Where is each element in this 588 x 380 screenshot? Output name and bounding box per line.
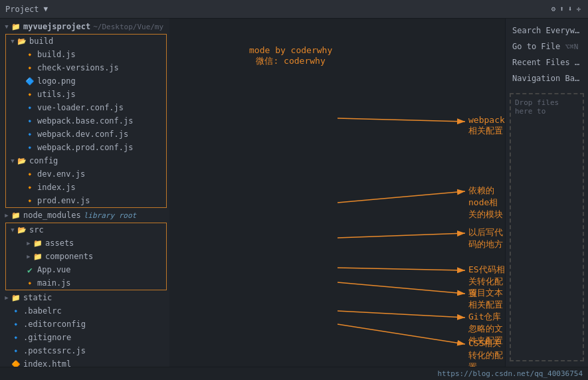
cfg-icon-vueloader: 🔹 — [25, 102, 35, 113]
tree-src[interactable]: ▼ 📂 src — [6, 223, 166, 237]
tree-logo-label: logo.png — [37, 76, 76, 86]
tree-utils-label: utils.js — [37, 90, 76, 99]
arrow-assets: ▶ — [25, 239, 33, 247]
tree-webpack-base[interactable]: 🔹 webpack.base.conf.js — [6, 114, 166, 128]
tree-check-versions-label: check-versions.js — [37, 63, 119, 72]
tree-assets[interactable]: ▶ 📁 assets — [6, 237, 166, 250]
right-panel: Search Everywhe Go to File ⌥⌘N Recent Fi… — [505, 19, 588, 367]
content-area: mode by coderwhy 微信: coderwhy webpack相关配… — [169, 19, 505, 367]
cfg-icon-babelrc: 🔹 — [11, 306, 21, 316]
tree-build[interactable]: ▼ 📂 build — [6, 35, 166, 48]
svg-line-1 — [338, 118, 465, 122]
project-path: ~/Desktop/Vue/my — [93, 23, 163, 31]
tree-webpack-base-label: webpack.base.conf.js — [37, 116, 134, 126]
tree-src-label: src — [29, 225, 44, 235]
annotation-text: 项目文本相关配置 — [468, 287, 505, 311]
img-icon-logo: 🔷 — [25, 76, 35, 86]
watermark-line2: 微信: coderwhy — [249, 55, 332, 67]
arrow-config: ▼ — [9, 157, 17, 165]
tree-static-label: static — [23, 293, 52, 302]
tree-assets-label: assets — [45, 238, 74, 248]
annotation-webpack: webpack相关配置 — [468, 115, 505, 137]
recent-files-label: Recent Files — [512, 58, 570, 67]
tree-check-versions[interactable]: 🔸 check-versions.js — [6, 61, 166, 74]
folder-icon-config: 📂 — [17, 155, 27, 166]
folder-icon-node: 📁 — [11, 210, 21, 221]
arrows-overlay — [169, 19, 505, 367]
tree-postcssrc[interactable]: 🔹 .postcssrc.js — [0, 344, 169, 357]
toolbar-collapse-icon[interactable]: ⬆ — [559, 5, 564, 13]
js-icon-indexcfg: 🔸 — [25, 182, 35, 193]
search-everywhere-item[interactable]: Search Everywhe — [510, 24, 584, 37]
js-icon-build: 🔸 — [25, 49, 35, 60]
tree-components[interactable]: ▶ 📁 components — [6, 250, 166, 263]
tree-static[interactable]: ▶ 📁 static — [0, 291, 169, 304]
tree-main-js[interactable]: 🔸 main.js — [6, 276, 166, 290]
vue-icon-app: ✔ — [25, 264, 35, 275]
navigation-bar-label: Navigation Bar — [512, 74, 579, 83]
search-everywhere-label: Search Everywhe — [512, 26, 584, 35]
tree-build-js[interactable]: 🔸 build.js — [6, 48, 166, 61]
goto-file-label: Go to File — [512, 42, 560, 51]
toolbar-add-icon[interactable]: ✛ — [576, 5, 581, 13]
tree-index-html[interactable]: 🔶 index.html — [0, 357, 169, 367]
tree-dev-env-label: dev.env.js — [37, 169, 85, 179]
cfg-icon-git: 🔹 — [11, 332, 21, 343]
tree-prod-env[interactable]: 🔸 prod.env.js — [6, 194, 166, 207]
tree-webpack-dev[interactable]: 🔹 webpack.dev.conf.js — [6, 128, 166, 141]
svg-line-2 — [338, 191, 465, 203]
toolbar: Project ▼ ⚙ ⬆ ⬇ ✛ — [0, 0, 588, 19]
folder-icon-assets: 📁 — [33, 238, 43, 248]
navigation-bar-item[interactable]: Navigation Bar ▼ — [510, 72, 584, 85]
svg-line-5 — [338, 282, 465, 294]
tree-logo[interactable]: 🔷 logo.png — [6, 74, 166, 88]
toolbar-expand-icon[interactable]: ⬇ — [568, 5, 573, 13]
js-icon-prodenv: 🔸 — [25, 195, 35, 206]
tree-index-config-label: index.js — [37, 183, 76, 192]
arrow-node-modules: ▶ — [3, 211, 11, 219]
tree-gitignore[interactable]: 🔹 .gitignore — [0, 331, 169, 344]
tree-config[interactable]: ▼ 📂 config — [6, 154, 166, 167]
js-icon-utils: 🔸 — [25, 89, 35, 100]
tree-config-label: config — [29, 156, 58, 165]
annotation-css: CSS相关转化的配置 — [468, 337, 505, 367]
annotation-src: 以后写代码的地方 — [468, 227, 505, 250]
recent-files-shortcut: ⌘E — [575, 58, 583, 67]
svg-line-3 — [338, 233, 465, 238]
goto-file-item[interactable]: Go to File ⌥⌘N — [510, 40, 584, 53]
tree-index-html-label: index.html — [23, 359, 71, 367]
annotation-node: 依赖的node相关的模块 — [468, 185, 505, 221]
tree-index-config[interactable]: 🔸 index.js — [6, 181, 166, 194]
build-group: ▼ 📂 build 🔸 build.js 🔸 check-versions.js… — [5, 34, 167, 208]
tree-app-vue-label: App.vue — [37, 265, 71, 274]
project-name: myvuejsproject — [23, 22, 90, 31]
goto-file-shortcut: ⌥⌘N — [565, 43, 578, 51]
toolbar-dropdown-icon[interactable]: ▼ — [44, 5, 49, 13]
tree-vue-loader[interactable]: 🔹 vue-loader.conf.js — [6, 101, 166, 114]
tree-editorconfig[interactable]: 🔹 .editorconfig — [0, 318, 169, 331]
recent-files-item[interactable]: Recent Files ⌘E — [510, 56, 584, 69]
tree-webpack-dev-label: webpack.dev.conf.js — [37, 130, 128, 139]
tree-webpack-prod[interactable]: 🔹 webpack.prod.conf.js — [6, 141, 166, 154]
tree-prod-env-label: prod.env.js — [37, 196, 90, 205]
tree-babelrc[interactable]: 🔹 .babelrc — [0, 304, 169, 318]
arrow-src: ▼ — [9, 226, 17, 234]
toolbar-settings-icon[interactable]: ⚙ — [551, 5, 556, 13]
tree-utils[interactable]: 🔸 utils.js — [6, 88, 166, 101]
tree-node-modules[interactable]: ▶ 📁 node_modules library root — [0, 209, 169, 222]
svg-line-4 — [338, 268, 465, 270]
js-icon-check: 🔸 — [25, 62, 35, 73]
drop-files-area[interactable]: Drop files here to — [510, 93, 584, 361]
src-group: ▼ 📂 src ▶ 📁 assets ▶ 📁 components ✔ App.… — [5, 223, 167, 290]
arrow-root: ▼ — [3, 23, 11, 31]
arrow-components: ▶ — [25, 252, 33, 260]
tree-gitignore-label: .gitignore — [23, 333, 71, 342]
folder-icon-src: 📂 — [17, 225, 27, 235]
svg-line-7 — [338, 324, 465, 344]
cfg-icon-editor: 🔹 — [11, 319, 21, 330]
tree-root[interactable]: ▼ 📁 myvuejsproject ~/Desktop/Vue/my — [0, 20, 169, 33]
arrow-build: ▼ — [9, 37, 17, 45]
tree-app-vue[interactable]: ✔ App.vue — [6, 263, 166, 276]
folder-icon-components: 📁 — [33, 251, 43, 262]
tree-dev-env[interactable]: 🔸 dev.env.js — [6, 167, 166, 181]
